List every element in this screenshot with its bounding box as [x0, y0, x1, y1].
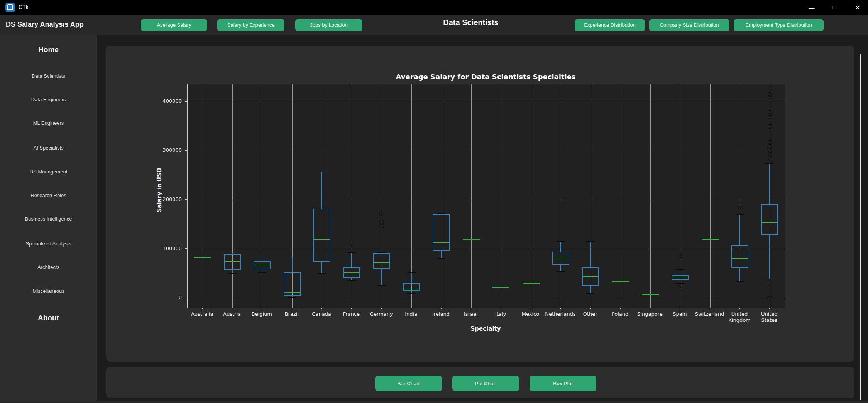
minimize-button[interactable]: —: [803, 0, 821, 15]
sidebar-item-specialized-analysts[interactable]: Specialized Analysts: [0, 241, 97, 247]
titlebar: CTk — □ ✕: [0, 0, 868, 15]
whisker-cap: [377, 252, 386, 253]
whisker-cap: [765, 163, 774, 164]
median-line: [254, 265, 270, 265]
whisker-line: [739, 214, 740, 245]
x-tick-mark: [292, 308, 292, 309]
box-plot-button[interactable]: Box Plot: [530, 376, 596, 391]
whisker-cap: [736, 214, 744, 215]
x-tick-mark: [501, 308, 501, 309]
x-gridline: [561, 84, 561, 308]
outlier-point: [768, 296, 772, 300]
median-line: [732, 258, 748, 259]
sidebar-about-heading: About: [0, 314, 97, 322]
sidebar-item-ds-management[interactable]: DS Management: [0, 169, 97, 175]
x-tick-mark: [560, 308, 561, 309]
y-gridline: [188, 200, 785, 200]
close-button[interactable]: ✕: [849, 0, 866, 15]
whisker-line: [262, 257, 262, 261]
sidebar-item-research-roles[interactable]: Research Roles: [0, 192, 97, 198]
x-tick-mark: [710, 308, 710, 309]
chart-type-toolbar: Bar Chart Pie Chart Box Plot: [106, 367, 854, 398]
chart-panel: Average Salary for Data Scientists Speci…: [106, 46, 854, 362]
x-tick-label: United States: [748, 311, 790, 323]
single-value-line: [702, 239, 719, 240]
x-gridline: [621, 84, 621, 308]
sidebar: Home Data ScientistsData EngineersML Eng…: [0, 35, 97, 403]
single-value-line: [492, 287, 509, 288]
sidebar-item-miscellaneous[interactable]: Miscellaneous: [0, 288, 97, 294]
box: [313, 209, 330, 262]
x-tick-mark: [739, 308, 740, 309]
outlier-point: [678, 254, 682, 258]
median-line: [314, 239, 330, 240]
box: [403, 283, 420, 291]
x-gridline: [442, 84, 442, 308]
whisker-cap: [258, 257, 266, 257]
chart-title: Average Salary for Data Scientists Speci…: [187, 73, 784, 81]
x-tick-mark: [321, 308, 322, 309]
jobs-by-location-button[interactable]: Jobs by Location: [295, 19, 362, 31]
single-value-line: [463, 239, 480, 240]
x-tick-mark: [381, 308, 382, 309]
whisker-cap: [736, 281, 744, 282]
outlier-point: [768, 140, 772, 145]
whisker-line: [590, 242, 591, 267]
outlier-point: [768, 148, 772, 153]
employment-type-distribution-button[interactable]: Employment Type Distribution: [734, 19, 824, 31]
box: [373, 253, 390, 269]
median-line: [225, 261, 240, 262]
x-gridline: [531, 84, 531, 308]
whisker-cap: [377, 285, 386, 286]
whisker-cap: [586, 241, 595, 242]
sidebar-item-ml-engineers[interactable]: ML Engineers: [0, 120, 97, 126]
whisker-line: [560, 242, 561, 252]
bar-chart-button[interactable]: Bar Chart: [375, 376, 442, 391]
experience-distribution-button[interactable]: Experience Distribution: [575, 19, 645, 31]
sidebar-home-heading: Home: [0, 46, 97, 54]
whisker-cap: [557, 271, 565, 272]
x-tick-mark: [262, 308, 262, 309]
sidebar-item-data-scientists[interactable]: Data Scientists: [0, 73, 97, 79]
sidebar-item-business-intelligence[interactable]: Business Intelligence: [0, 216, 97, 222]
box: [224, 254, 241, 270]
whisker-cap: [765, 279, 774, 279]
outlier-point: [350, 243, 354, 247]
y-tick-label: 100000: [108, 245, 182, 251]
median-line: [433, 242, 449, 243]
whisker-cap: [318, 172, 326, 172]
sidebar-item-data-engineers[interactable]: Data Engineers: [0, 97, 97, 102]
single-value-line: [612, 281, 629, 282]
whisker-cap: [676, 269, 684, 270]
y-gridline: [188, 298, 785, 298]
outlier-point: [768, 281, 772, 285]
y-gridline: [188, 102, 785, 102]
y-gridline: [188, 249, 785, 249]
whisker-line: [321, 172, 322, 209]
sidebar-item-architects[interactable]: Architects: [0, 264, 97, 270]
maximize-button[interactable]: □: [826, 0, 843, 15]
average-salary-button[interactable]: Average Salary: [141, 19, 207, 31]
vertical-scrollbar[interactable]: [860, 54, 861, 400]
outlier-point: [409, 269, 414, 273]
whisker-line: [351, 252, 352, 267]
pie-chart-button[interactable]: Pie Chart: [452, 376, 519, 391]
median-line: [583, 276, 598, 277]
x-gridline: [501, 84, 501, 308]
whisker-cap: [347, 252, 356, 253]
y-tick-label: 400000: [108, 98, 182, 104]
x-tick-mark: [650, 308, 650, 309]
y-tick-label: 0: [108, 294, 182, 300]
salary-by-experience-button[interactable]: Salary by Experience: [217, 19, 284, 31]
company-size-distribution-button[interactable]: Company Size Distribution: [649, 19, 729, 31]
whisker-line: [292, 257, 293, 272]
whisker-line: [680, 270, 680, 275]
outlier-point: [768, 115, 772, 119]
whisker-line: [321, 262, 322, 273]
outlier-point: [379, 224, 384, 228]
sidebar-item-ai-specialists[interactable]: AI Specialists: [0, 145, 97, 151]
outlier-point: [379, 211, 384, 216]
y-axis-ticks: 0100000200000300000400000: [106, 84, 187, 307]
x-gridline: [471, 84, 472, 308]
x-tick-mark: [769, 308, 770, 309]
